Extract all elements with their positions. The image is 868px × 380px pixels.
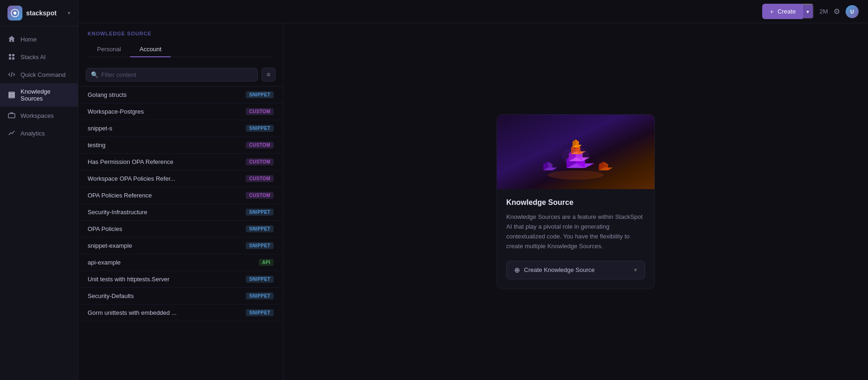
card-description: Knowledge Sources are a feature within S… <box>506 212 645 251</box>
panel-title: KNOWLEDGE SOURCE <box>88 31 274 36</box>
sidebar-item-home-label: Home <box>21 36 37 43</box>
list-item[interactable]: OPA PoliciesSNIPPET <box>78 221 283 238</box>
list-item[interactable]: snippet-exampleSNIPPET <box>78 238 283 254</box>
tabs: Personal Account <box>88 42 274 57</box>
logo-text: stackspot <box>26 9 56 17</box>
list-item[interactable]: Has Permission OPA ReferenceCUSTOM <box>78 154 283 170</box>
svg-point-28 <box>548 170 603 180</box>
sidebar-item-stacks-ai-label: Stacks AI <box>21 54 46 61</box>
tab-personal[interactable]: Personal <box>88 42 130 57</box>
list-item[interactable]: Workspace OPA Policies Refer...CUSTOM <box>78 170 283 187</box>
list-item-name: Security-Infrastructure <box>88 209 147 216</box>
logo-chevron-icon: ▾ <box>68 10 70 16</box>
left-panel: KNOWLEDGE SOURCE Personal Account 🔍 ≡ Go… <box>78 23 283 380</box>
command-icon <box>7 70 16 79</box>
right-panel: Knowledge Source Knowledge Sources are a… <box>283 23 868 380</box>
list-item[interactable]: snippet-sSNIPPET <box>78 120 283 137</box>
create-knowledge-source-label: Create Knowledge Source <box>524 266 595 273</box>
sidebar-item-analytics-label: Analytics <box>21 130 45 137</box>
panel-header: KNOWLEDGE SOURCE Personal Account <box>78 23 283 63</box>
sidebar-item-home[interactable]: Home <box>0 30 78 48</box>
list-item-name: snippet-example <box>88 242 132 249</box>
list-item-name: api-example <box>88 259 121 266</box>
list-item-badge: SNIPPET <box>246 242 274 249</box>
sidebar: stackspot ▾ Home Stacks AI <box>0 0 78 380</box>
list-item-badge: SNIPPET <box>246 276 274 283</box>
main-area: ＋ Create ▾ 2M ⚙ U KNOWLEDGE SOURCE Perso… <box>78 0 868 380</box>
sidebar-item-analytics[interactable]: Analytics <box>0 124 78 142</box>
search-input[interactable] <box>101 71 253 78</box>
list-item-name: testing <box>88 142 105 149</box>
create-knowledge-source-button[interactable]: ⊕ Create Knowledge Source ▾ <box>506 261 645 279</box>
card-title: Knowledge Source <box>506 198 645 207</box>
list-item-name: OPA Policies <box>88 225 122 232</box>
card-image <box>497 115 654 189</box>
search-icon: 🔍 <box>91 71 98 78</box>
user-count: 2M <box>820 8 828 15</box>
plus-icon: ＋ <box>769 7 775 16</box>
sidebar-item-workspaces-label: Workspaces <box>21 112 54 119</box>
create-button[interactable]: ＋ Create <box>762 4 802 19</box>
list-item-name: Unit tests with httptests.Server <box>88 276 170 283</box>
home-icon <box>7 35 16 43</box>
create-button-group[interactable]: ＋ Create ▾ <box>762 4 814 19</box>
list-item-name: OPA Policies Reference <box>88 192 152 199</box>
list-item-badge: SNIPPET <box>246 209 274 216</box>
list-item-badge: CUSTOM <box>246 158 274 165</box>
stacks-icon <box>7 53 16 61</box>
sidebar-item-knowledge-sources[interactable]: Knowledge Sources <box>0 83 78 107</box>
content-area: KNOWLEDGE SOURCE Personal Account 🔍 ≡ Go… <box>78 23 868 380</box>
sidebar-item-quick-command-label: Quick Command <box>21 71 66 78</box>
svg-rect-6 <box>9 95 14 96</box>
list-item-name: Gorm unittests with embedded ... <box>88 309 177 316</box>
search-row: 🔍 ≡ <box>78 63 283 87</box>
list-item-name: Has Permission OPA Reference <box>88 158 173 165</box>
list-item-name: Security-Defaults <box>88 292 134 299</box>
list-item[interactable]: api-exampleAPI <box>78 254 283 271</box>
sidebar-item-knowledge-sources-label: Knowledge Sources <box>21 88 70 102</box>
user-avatar[interactable]: U <box>846 5 859 18</box>
list-item[interactable]: Gorm unittests with embedded ...SNIPPET <box>78 305 283 321</box>
knowledge-icon <box>7 91 16 99</box>
list-item[interactable]: Security-DefaultsSNIPPET <box>78 288 283 305</box>
knowledge-card: Knowledge Source Knowledge Sources are a… <box>496 114 655 289</box>
list-item-badge: CUSTOM <box>246 175 274 182</box>
list-item-name: Workspace-Postgres <box>88 108 144 115</box>
list-item-badge: SNIPPET <box>246 91 274 98</box>
plus-circle-icon: ⊕ <box>514 266 520 274</box>
logo-area[interactable]: stackspot ▾ <box>0 0 78 27</box>
sidebar-item-stacks-ai[interactable]: Stacks AI <box>0 48 78 66</box>
list-item-badge: API <box>259 259 274 266</box>
list-item[interactable]: Workspace-PostgresCUSTOM <box>78 103 283 120</box>
list-item[interactable]: OPA Policies ReferenceCUSTOM <box>78 187 283 204</box>
svg-rect-7 <box>9 96 14 98</box>
list-item-badge: SNIPPET <box>246 125 274 132</box>
create-button-dropdown[interactable]: ▾ <box>802 4 814 19</box>
chevron-down-icon: ▾ <box>634 266 637 273</box>
sidebar-item-quick-command[interactable]: Quick Command <box>0 66 78 83</box>
list-item-badge: CUSTOM <box>246 142 274 149</box>
filter-button[interactable]: ≡ <box>262 68 276 81</box>
topbar: ＋ Create ▾ 2M ⚙ U <box>78 0 868 23</box>
analytics-icon <box>7 129 16 137</box>
create-button-label: Create <box>778 8 796 15</box>
settings-icon[interactable]: ⚙ <box>834 7 840 16</box>
list-item-name: snippet-s <box>88 125 112 132</box>
tab-account[interactable]: Account <box>130 42 171 57</box>
logo-icon <box>7 6 22 20</box>
list-item[interactable]: Security-InfrastructureSNIPPET <box>78 204 283 221</box>
svg-rect-2 <box>12 54 14 56</box>
list-item[interactable]: testingCUSTOM <box>78 137 283 154</box>
svg-rect-5 <box>9 92 14 94</box>
sidebar-item-workspaces[interactable]: Workspaces <box>0 107 78 124</box>
list-item[interactable]: Golang structsSNIPPET <box>78 87 283 103</box>
list: Golang structsSNIPPETWorkspace-PostgresC… <box>78 87 283 380</box>
list-item-name: Workspace OPA Policies Refer... <box>88 175 175 182</box>
svg-rect-4 <box>12 57 14 60</box>
svg-rect-3 <box>9 57 11 60</box>
svg-rect-8 <box>8 114 15 118</box>
list-item-badge: SNIPPET <box>246 225 274 232</box>
svg-point-29 <box>562 147 590 166</box>
nav-items: Home Stacks AI Quick Command <box>0 27 78 380</box>
list-item[interactable]: Unit tests with httptests.ServerSNIPPET <box>78 271 283 288</box>
